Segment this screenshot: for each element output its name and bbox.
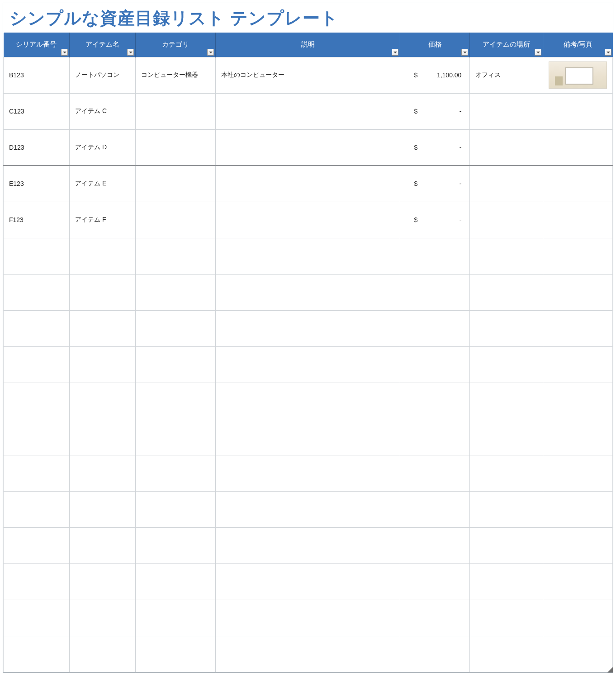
cell-category[interactable]: コンピューター機器 (136, 57, 216, 93)
cell-item[interactable] (70, 274, 136, 310)
cell-price[interactable] (400, 383, 470, 419)
col-header-price[interactable]: 価格 (400, 33, 470, 57)
cell-desc[interactable] (216, 491, 400, 527)
table-row[interactable]: C123アイテム C$- (4, 93, 613, 129)
filter-dropdown-icon[interactable] (461, 49, 468, 56)
cell-category[interactable] (136, 238, 216, 274)
cell-note[interactable] (543, 419, 613, 455)
cell-note[interactable] (543, 346, 613, 383)
cell-note[interactable] (543, 166, 613, 202)
cell-desc[interactable] (216, 419, 400, 455)
cell-item[interactable] (70, 491, 136, 527)
cell-item[interactable]: ノートパソコン (70, 57, 136, 93)
table-row[interactable]: E123アイテム E$- (4, 166, 613, 202)
cell-serial[interactable] (4, 310, 70, 346)
table-row[interactable]: F123アイテム F$- (4, 202, 613, 238)
cell-location[interactable] (470, 274, 543, 310)
col-header-note[interactable]: 備考/写真 (543, 33, 613, 57)
cell-location[interactable] (470, 383, 543, 419)
cell-serial[interactable]: D123 (4, 129, 70, 166)
cell-location[interactable]: オフィス (470, 57, 543, 93)
table-row[interactable] (4, 527, 613, 563)
cell-item[interactable]: アイテム E (70, 166, 136, 202)
cell-item[interactable] (70, 563, 136, 600)
filter-dropdown-icon[interactable] (392, 49, 398, 56)
cell-price[interactable]: $- (400, 166, 470, 202)
cell-serial[interactable]: E123 (4, 166, 70, 202)
cell-price[interactable] (400, 563, 470, 600)
cell-location[interactable] (470, 636, 543, 672)
cell-item[interactable] (70, 455, 136, 491)
cell-note[interactable] (543, 636, 613, 672)
cell-price[interactable] (400, 455, 470, 491)
cell-price[interactable]: $- (400, 202, 470, 238)
cell-desc[interactable] (216, 129, 400, 166)
cell-category[interactable] (136, 166, 216, 202)
table-row[interactable] (4, 419, 613, 455)
cell-desc[interactable] (216, 383, 400, 419)
cell-desc[interactable] (216, 455, 400, 491)
cell-location[interactable] (470, 166, 543, 202)
table-row[interactable] (4, 274, 613, 310)
filter-dropdown-icon[interactable] (535, 49, 541, 56)
table-row[interactable] (4, 346, 613, 383)
cell-category[interactable] (136, 383, 216, 419)
cell-item[interactable] (70, 238, 136, 274)
col-header-category[interactable]: カテゴリ (136, 33, 216, 57)
cell-desc[interactable] (216, 346, 400, 383)
cell-note[interactable] (543, 563, 613, 600)
table-row[interactable]: B123ノートパソコンコンピューター機器本社のコンピューター$1,100.00オ… (4, 57, 613, 93)
col-header-location[interactable]: アイテムの場所 (470, 33, 543, 57)
cell-desc[interactable] (216, 166, 400, 202)
cell-category[interactable] (136, 527, 216, 563)
cell-item[interactable]: アイテム F (70, 202, 136, 238)
cell-category[interactable] (136, 636, 216, 672)
cell-serial[interactable] (4, 346, 70, 383)
cell-category[interactable] (136, 419, 216, 455)
cell-price[interactable] (400, 274, 470, 310)
cell-location[interactable] (470, 238, 543, 274)
cell-price[interactable] (400, 346, 470, 383)
cell-note[interactable] (543, 310, 613, 346)
cell-desc[interactable] (216, 600, 400, 636)
cell-desc[interactable] (216, 238, 400, 274)
cell-note[interactable] (543, 274, 613, 310)
cell-location[interactable] (470, 346, 543, 383)
cell-serial[interactable] (4, 600, 70, 636)
cell-serial[interactable]: C123 (4, 93, 70, 129)
cell-item[interactable] (70, 310, 136, 346)
cell-category[interactable] (136, 600, 216, 636)
cell-price[interactable] (400, 310, 470, 346)
table-row[interactable] (4, 383, 613, 419)
cell-price[interactable] (400, 491, 470, 527)
cell-price[interactable] (400, 527, 470, 563)
cell-desc[interactable] (216, 636, 400, 672)
cell-price[interactable]: $1,100.00 (400, 57, 470, 93)
cell-desc[interactable] (216, 274, 400, 310)
col-header-serial[interactable]: シリアル番号 (4, 33, 70, 57)
cell-desc[interactable] (216, 527, 400, 563)
table-row[interactable] (4, 310, 613, 346)
cell-note[interactable] (543, 129, 613, 166)
cell-category[interactable] (136, 93, 216, 129)
cell-note[interactable] (543, 491, 613, 527)
cell-serial[interactable] (4, 274, 70, 310)
cell-serial[interactable] (4, 383, 70, 419)
cell-serial[interactable] (4, 238, 70, 274)
cell-note[interactable] (543, 57, 613, 93)
filter-dropdown-icon[interactable] (61, 49, 68, 56)
cell-note[interactable] (543, 383, 613, 419)
table-row[interactable] (4, 455, 613, 491)
table-row[interactable] (4, 491, 613, 527)
cell-serial[interactable]: F123 (4, 202, 70, 238)
cell-note[interactable] (543, 455, 613, 491)
cell-item[interactable] (70, 636, 136, 672)
cell-serial[interactable] (4, 636, 70, 672)
cell-category[interactable] (136, 563, 216, 600)
cell-location[interactable] (470, 491, 543, 527)
cell-location[interactable] (470, 455, 543, 491)
cell-item[interactable] (70, 527, 136, 563)
table-row[interactable]: D123アイテム D$- (4, 129, 613, 166)
cell-desc[interactable] (216, 202, 400, 238)
cell-note[interactable] (543, 93, 613, 129)
